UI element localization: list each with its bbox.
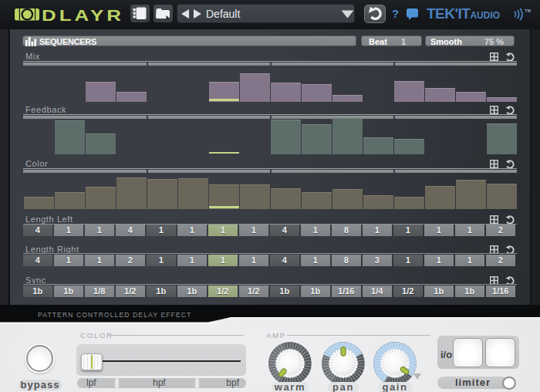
svg-text:TM: TM (525, 8, 531, 13)
